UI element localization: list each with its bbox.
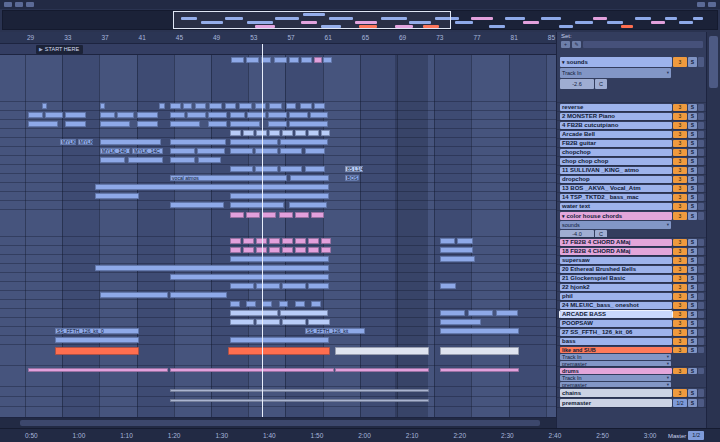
- clip[interactable]: 85 L1/4!: [345, 166, 363, 172]
- track-name[interactable]: premaster: [560, 399, 672, 407]
- clip[interactable]: [269, 130, 280, 136]
- window-icon[interactable]: [708, 2, 716, 7]
- track-lane[interactable]: [0, 111, 556, 120]
- clip[interactable]: [311, 212, 324, 218]
- track-header[interactable]: 24 MLEUIC_bass_ oneshot3S: [557, 301, 706, 310]
- track-name[interactable]: 22 hjonk2: [560, 284, 672, 291]
- track-lane[interactable]: [0, 366, 556, 387]
- track-lane[interactable]: SS_FFTH_126_kit_0SS_FFTH_126_kit: [0, 327, 556, 336]
- clip[interactable]: [95, 265, 329, 271]
- clip[interactable]: [209, 103, 222, 109]
- track-header[interactable]: chains3S: [557, 388, 706, 398]
- solo-button[interactable]: S: [688, 266, 697, 273]
- track-name[interactable]: water text: [560, 203, 672, 210]
- routing-chooser[interactable]: Track In▾: [560, 375, 671, 381]
- clip[interactable]: [230, 130, 241, 136]
- solo-button[interactable]: S: [688, 194, 697, 201]
- clip[interactable]: [289, 121, 328, 127]
- solo-button[interactable]: S: [688, 203, 697, 210]
- clip[interactable]: [290, 175, 329, 181]
- track-volume[interactable]: 3: [673, 158, 687, 165]
- clip[interactable]: [198, 157, 221, 163]
- track-lane[interactable]: [0, 210, 556, 237]
- arm-button[interactable]: [698, 338, 704, 345]
- clip[interactable]: [280, 310, 328, 316]
- track-name[interactable]: phil: [560, 293, 672, 300]
- clip[interactable]: [308, 283, 330, 289]
- vertical-scroll-handle[interactable]: [709, 36, 718, 88]
- horizontal-scrollbar[interactable]: [0, 417, 556, 428]
- clip[interactable]: [187, 112, 205, 118]
- clip[interactable]: [321, 130, 331, 136]
- track-header[interactable]: 2 MONSTER Piano3S: [557, 112, 706, 121]
- routing-chooser[interactable]: Track In▾: [560, 68, 671, 78]
- routing-chooser[interactable]: sounds▾: [560, 221, 671, 229]
- clip[interactable]: [255, 103, 266, 109]
- clip[interactable]: [305, 166, 326, 172]
- track-lane[interactable]: [0, 407, 556, 417]
- track-lane[interactable]: [0, 291, 556, 300]
- routing-chooser[interactable]: Track In▾: [560, 354, 671, 360]
- track-lane[interactable]: [0, 201, 556, 210]
- clip[interactable]: [321, 247, 331, 253]
- clip[interactable]: [335, 368, 429, 372]
- track-name[interactable]: ARCADE BASS: [560, 311, 672, 318]
- clip[interactable]: [243, 247, 254, 253]
- clip[interactable]: [28, 121, 58, 127]
- clip[interactable]: [286, 103, 297, 109]
- clip[interactable]: [170, 292, 227, 298]
- solo-button[interactable]: S: [688, 122, 697, 129]
- track-volume[interactable]: 3: [673, 176, 687, 183]
- track-name[interactable]: supersaw: [560, 257, 672, 264]
- clip[interactable]: [268, 121, 287, 127]
- solo-button[interactable]: S: [688, 368, 697, 374]
- clip[interactable]: [308, 130, 319, 136]
- arm-button[interactable]: [698, 149, 704, 156]
- arm-button[interactable]: [698, 389, 704, 397]
- locator-marker[interactable]: ▶START HERE: [36, 45, 83, 54]
- clip[interactable]: SS_FFTH_126_kit_0: [55, 328, 139, 334]
- clip[interactable]: [280, 139, 328, 145]
- clip[interactable]: [65, 112, 87, 118]
- arm-button[interactable]: [698, 275, 704, 282]
- solo-button[interactable]: S: [688, 320, 697, 327]
- track-name[interactable]: 24 MLEUIC_bass_ oneshot: [560, 302, 672, 309]
- clip[interactable]: [230, 212, 244, 218]
- clip[interactable]: [230, 337, 329, 343]
- track-lane[interactable]: 85 L1/4!: [0, 165, 556, 174]
- arm-button[interactable]: [698, 320, 704, 327]
- solo-button[interactable]: S: [688, 104, 697, 111]
- clip[interactable]: [95, 193, 139, 199]
- arrangement-overview[interactable]: [2, 10, 718, 30]
- solo-button[interactable]: S: [688, 347, 697, 353]
- arm-button[interactable]: [698, 194, 704, 201]
- clip[interactable]: [282, 247, 293, 253]
- clip[interactable]: [230, 310, 278, 316]
- time-ruler[interactable]: 0:501:001:101:201:301:401:502:002:102:20…: [0, 429, 720, 442]
- clip[interactable]: [95, 184, 329, 190]
- clip[interactable]: [65, 121, 87, 127]
- solo-button[interactable]: S: [688, 239, 697, 246]
- clip[interactable]: [282, 319, 306, 325]
- clip[interactable]: [137, 112, 159, 118]
- clip[interactable]: [440, 256, 475, 262]
- track-volume[interactable]: 3: [673, 140, 687, 147]
- clip[interactable]: MYLK_140_v: [100, 148, 130, 154]
- clip[interactable]: [335, 347, 429, 355]
- clip[interactable]: [243, 130, 254, 136]
- clip[interactable]: [230, 247, 241, 253]
- clip[interactable]: [128, 157, 163, 163]
- volume-field[interactable]: -2.6: [560, 79, 594, 89]
- track-header[interactable]: bass3S: [557, 337, 706, 346]
- track-name[interactable]: chopchop: [560, 149, 672, 156]
- track-name[interactable]: drums: [560, 368, 672, 374]
- track-header[interactable]: ▾color house chords3Ssounds▾-4.0C: [557, 211, 706, 238]
- clip[interactable]: MYLK: [60, 139, 76, 145]
- clip[interactable]: [225, 103, 236, 109]
- playhead[interactable]: [262, 44, 263, 417]
- clip[interactable]: [137, 121, 159, 127]
- clip[interactable]: [262, 301, 272, 307]
- track-lane[interactable]: [0, 309, 556, 318]
- solo-button[interactable]: S: [688, 293, 697, 300]
- clip[interactable]: [289, 57, 299, 63]
